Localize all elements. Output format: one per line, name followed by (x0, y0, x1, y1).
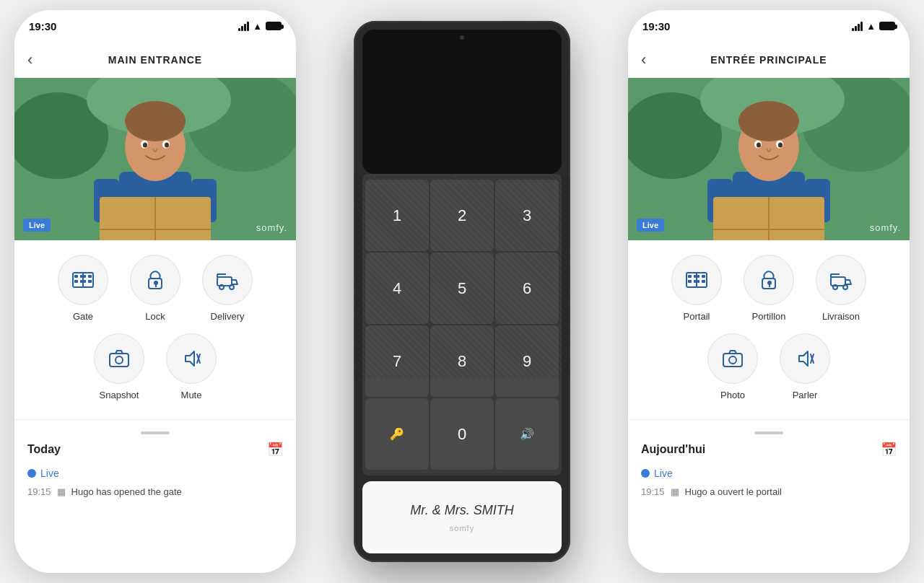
svg-rect-74 (723, 354, 742, 367)
key-1[interactable]: 1 (365, 180, 429, 251)
key-0[interactable]: 0 (430, 398, 494, 470)
mute-label: Mute (181, 390, 202, 400)
key-4[interactable]: 4 (365, 253, 429, 324)
lock-label: Lock (145, 311, 165, 322)
photo-action[interactable]: Photo (707, 333, 758, 400)
key-3[interactable]: 3 (495, 180, 559, 251)
right-header-title: ENTRÉE PRINCIPALE (710, 54, 827, 66)
right-calendar-icon[interactable]: 📅 (881, 442, 897, 457)
right-live-text: Live (654, 468, 673, 479)
left-video-person (14, 78, 296, 240)
calendar-icon[interactable]: 📅 (267, 442, 283, 457)
device-keypad[interactable]: 1 2 3 4 5 6 7 8 9 🔑 0 🔊 (362, 174, 562, 475)
left-actions-row2: Snapshot Mute (22, 333, 289, 400)
right-video-person (628, 78, 910, 240)
svg-point-16 (165, 143, 169, 148)
portail-action[interactable]: Portail (671, 255, 722, 322)
svg-rect-23 (80, 275, 82, 278)
gate-icon (71, 268, 95, 292)
svg-rect-20 (74, 280, 78, 283)
svg-rect-21 (88, 275, 92, 278)
mute-icon-circle (166, 333, 217, 384)
battery-icon (266, 22, 282, 30)
svg-rect-63 (697, 275, 699, 278)
svg-point-51 (738, 101, 799, 141)
portillon-label: Portillon (752, 311, 786, 322)
key-6[interactable]: 6 (495, 253, 559, 324)
svg-rect-62 (694, 275, 696, 278)
portillon-icon-circle (744, 255, 794, 305)
left-log-time: 19:15 (27, 486, 51, 497)
log-gate-icon: ▦ (57, 486, 66, 497)
gate-label: Gate (73, 311, 93, 322)
right-log: Aujourd'hui 📅 Live 19:15 ▦ Hugo a ouvert… (628, 419, 910, 573)
left-live-badge: Live (23, 219, 51, 232)
svg-rect-65 (697, 280, 699, 283)
svg-rect-25 (80, 280, 82, 283)
right-back-button[interactable]: ‹ (641, 51, 646, 69)
left-status-icons: ▲ (238, 21, 282, 32)
svg-point-12 (125, 101, 186, 141)
right-signal-icon (852, 22, 863, 31)
key-speaker[interactable]: 🔊 (495, 398, 559, 470)
left-phone: 19:30 ▲ ‹ MAIN ENTRANCE (14, 10, 296, 573)
parler-action[interactable]: Parler (780, 333, 830, 400)
key-5[interactable]: 5 (430, 253, 494, 324)
left-log-entry: 19:15 ▦ Hugo has opened the gate (27, 486, 283, 497)
key-9[interactable]: 9 (495, 325, 559, 397)
lock-action[interactable]: Lock (130, 255, 180, 322)
right-live-badge: Live (637, 219, 664, 232)
device-nameplate: Mr. & Mrs. SMITH somfy (362, 481, 562, 553)
svg-rect-19 (74, 275, 78, 278)
center-device: 1 2 3 4 5 6 7 8 9 🔑 0 🔊 Mr. & Mrs. SMITH… (354, 21, 570, 562)
svg-point-71 (843, 285, 847, 289)
svg-point-75 (729, 356, 736, 364)
wifi-icon: ▲ (253, 21, 262, 32)
gate-action[interactable]: Gate (58, 255, 108, 322)
left-log-title: Today (27, 443, 61, 456)
portillon-icon (757, 268, 780, 292)
delivery-icon-circle (202, 255, 253, 305)
right-video: Live somfy. (628, 78, 910, 240)
left-live-row: Live (27, 468, 283, 479)
snapshot-action[interactable]: Snapshot (94, 333, 144, 400)
svg-rect-58 (688, 275, 692, 278)
key-unlock[interactable]: 🔑 (365, 398, 429, 470)
svg-rect-26 (84, 280, 86, 283)
parler-icon (793, 347, 816, 370)
left-back-button[interactable]: ‹ (27, 51, 32, 69)
portail-icon (685, 268, 708, 292)
device-screen (362, 30, 562, 174)
device-camera-dot (460, 35, 464, 40)
right-live-dot (641, 469, 650, 478)
key-7[interactable]: 7 (365, 325, 429, 397)
key-8[interactable]: 8 (430, 325, 494, 397)
right-phone: 19:30 ▲ ‹ ENTRÉE PRINCIPALE (628, 10, 910, 573)
left-header: ‹ MAIN ENTRANCE (14, 42, 296, 78)
right-header: ‹ ENTRÉE PRINCIPALE (628, 42, 910, 78)
signal-icon (238, 22, 249, 31)
portail-icon-circle (671, 255, 722, 305)
delivery-action[interactable]: Delivery (202, 255, 253, 322)
right-log-title: Aujourd'hui (641, 443, 705, 456)
svg-rect-69 (831, 277, 845, 286)
right-wifi-icon: ▲ (866, 21, 876, 32)
snapshot-icon (108, 347, 131, 370)
svg-point-32 (230, 285, 234, 289)
parler-label: Parler (793, 390, 818, 400)
right-actions-row1: Portail Portillon (635, 255, 902, 322)
left-actions-row1: Gate Lock (22, 255, 289, 322)
device-somfy-brand: somfy (450, 524, 474, 532)
livraison-action[interactable]: Livraison (816, 255, 866, 322)
left-log-message: Hugo has opened the gate (71, 486, 182, 497)
portillon-action[interactable]: Portillon (744, 255, 794, 322)
mute-action[interactable]: Mute (166, 333, 217, 400)
snapshot-icon-circle (94, 333, 144, 384)
key-2[interactable]: 2 (430, 180, 494, 251)
left-live-text: Live (40, 468, 59, 479)
svg-point-55 (778, 143, 783, 148)
right-log-header: Aujourd'hui 📅 (641, 442, 897, 457)
svg-rect-60 (702, 275, 705, 278)
photo-icon (721, 347, 744, 370)
svg-rect-35 (110, 354, 128, 367)
